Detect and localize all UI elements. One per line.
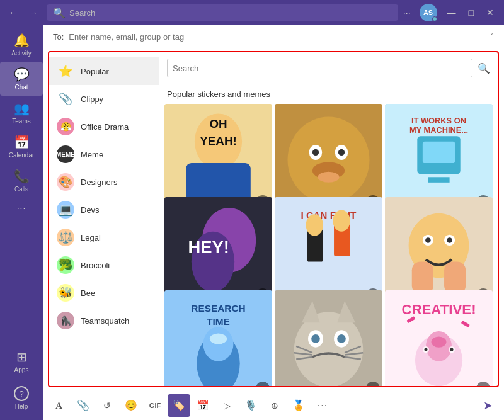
- attach-button[interactable]: 📎: [72, 394, 94, 417]
- sidebar-item-label: Calls: [14, 186, 28, 193]
- more-tools-button[interactable]: ···: [311, 394, 334, 417]
- apps-icon: ⊞: [16, 349, 27, 365]
- category-legal[interactable]: ⚖️ Legal: [49, 224, 159, 251]
- sidebar-item-apps[interactable]: ⊞ Apps: [11, 344, 32, 378]
- sidebar-item-more[interactable]: ···: [0, 198, 43, 218]
- category-teamsquatch[interactable]: 🦍 Teamsquatch: [49, 307, 159, 334]
- sticker-item[interactable]: RESEARCH TIME ✎: [164, 290, 272, 386]
- category-devs[interactable]: 💻 Devs: [49, 196, 159, 224]
- recipient-input[interactable]: [69, 32, 490, 42]
- sticker-item[interactable]: OH YEAH! ✎: [164, 104, 272, 212]
- sidebar-item-teams[interactable]: 👥 Teams: [0, 96, 43, 130]
- category-bee[interactable]: 🐝 Bee: [49, 279, 159, 307]
- close-button[interactable]: ✕: [481, 6, 499, 19]
- svg-rect-16: [428, 177, 449, 183]
- sidebar-item-activity[interactable]: 🔔 Activity: [0, 28, 43, 62]
- sendnow-button[interactable]: ▷: [215, 394, 238, 417]
- sticker-item[interactable]: CREATIVE! ✎: [385, 290, 493, 386]
- svg-point-50: [337, 334, 346, 343]
- gif-button[interactable]: GIF: [144, 394, 166, 417]
- sticker-svg: OH YEAH!: [164, 104, 272, 212]
- category-broccoli[interactable]: 🥦 Broccoli: [49, 251, 159, 279]
- category-label: Bee: [81, 288, 95, 298]
- sidebar-item-calls[interactable]: 📞 Calls: [0, 164, 43, 198]
- send-button[interactable]: ➤: [476, 394, 499, 417]
- sticker-main: 🔍 Popular stickers and memes OH YEAH! ✎: [159, 52, 498, 386]
- svg-point-55: [432, 337, 447, 348]
- sticker-svg: I CAN FIX IT: [275, 197, 382, 305]
- category-clippy[interactable]: 📎 Clippy: [49, 85, 159, 113]
- category-label: Clippy: [81, 94, 103, 104]
- attach-icon: 📎: [77, 399, 89, 411]
- sticker-section-title: Popular stickers and memes: [159, 84, 498, 104]
- minimize-button[interactable]: —: [442, 6, 461, 19]
- sticker-search-input[interactable]: [167, 59, 472, 77]
- emoji-button[interactable]: 😊: [120, 394, 142, 417]
- category-label: Teamsquatch: [81, 316, 129, 326]
- svg-text:CREATIVE!: CREATIVE!: [401, 302, 476, 317]
- loop-button[interactable]: ↺: [96, 394, 118, 417]
- sticker-svg: IT WORKS ON MY MACHINE...: [385, 104, 493, 212]
- title-bar: ← → 🔍 ··· AS — □ ✕: [0, 0, 504, 25]
- category-office-drama[interactable]: 😤 Office Drama: [49, 113, 159, 140]
- category-meme[interactable]: MEME Meme: [49, 140, 159, 168]
- sticker-button[interactable]: 🏷️: [168, 394, 190, 417]
- video-button[interactable]: ⊕: [263, 394, 286, 417]
- bee-icon: 🐝: [57, 284, 74, 302]
- svg-text:OH: OH: [209, 117, 227, 130]
- activity-icon: 🔔: [14, 33, 30, 48]
- format-button[interactable]: 𝐀: [48, 394, 71, 417]
- svg-point-27: [306, 214, 323, 236]
- svg-rect-35: [412, 262, 433, 294]
- svg-text:YEAH!: YEAH!: [200, 134, 236, 147]
- sticker-icon: 🏷️: [173, 399, 185, 411]
- maximize-button[interactable]: □: [464, 6, 479, 19]
- sticker-panel: ⭐ Popular 📎 Clippy 😤 Office Drama MEME M…: [48, 51, 499, 387]
- more-tools-icon: ···: [318, 400, 328, 411]
- svg-point-28: [333, 210, 350, 232]
- audio-icon: 🎙️: [244, 399, 257, 411]
- svg-point-9: [312, 149, 319, 156]
- sticker-item[interactable]: HEY! ✎: [164, 197, 272, 305]
- sticker-item[interactable]: ✎: [275, 290, 382, 386]
- sidebar-item-calendar[interactable]: 📅 Calendar: [0, 130, 43, 164]
- pencil-icon: ✎: [481, 385, 486, 387]
- chevron-down-icon[interactable]: ˅: [490, 31, 494, 42]
- sidebar-item-help[interactable]: ? Help: [11, 381, 32, 415]
- sticker-item[interactable]: ✎: [275, 104, 382, 212]
- sticker-svg: RESEARCH TIME: [164, 290, 272, 386]
- sticker-svg: CREATIVE!: [385, 290, 493, 386]
- schedule-button[interactable]: 📅: [192, 394, 214, 417]
- more-button[interactable]: ···: [398, 6, 416, 19]
- sticker-item[interactable]: IT WORKS ON MY MACHINE... ✎: [385, 104, 493, 212]
- sticker-search-icon[interactable]: 🔍: [478, 62, 490, 74]
- sidebar-bottom: ⊞ Apps ? Help: [11, 344, 32, 420]
- pencil-icon: ✎: [260, 385, 266, 387]
- category-label: Office Drama: [81, 122, 129, 132]
- online-indicator: [432, 16, 437, 21]
- forward-button[interactable]: →: [25, 6, 42, 19]
- svg-text:HEY!: HEY!: [188, 237, 229, 257]
- video-icon: ⊕: [271, 400, 278, 411]
- sidebar: 🔔 Activity 💬 Chat 👥 Teams 📅 Calendar 📞 C…: [0, 25, 43, 420]
- audio-button[interactable]: 🎙️: [239, 394, 262, 417]
- search-box[interactable]: 🔍: [47, 4, 398, 21]
- svg-point-59: [450, 348, 453, 351]
- search-input[interactable]: [69, 8, 392, 18]
- emoji-icon: 😊: [125, 399, 137, 411]
- category-popular[interactable]: ⭐ Popular: [49, 57, 159, 85]
- svg-point-58: [424, 348, 427, 351]
- calls-icon: 📞: [14, 169, 30, 184]
- back-button[interactable]: ←: [5, 6, 21, 19]
- praise-button[interactable]: 🏅: [287, 394, 310, 417]
- sticker-item[interactable]: I CAN FIX IT ✎: [275, 197, 382, 305]
- office-drama-icon: 😤: [57, 118, 74, 135]
- sidebar-item-chat[interactable]: 💬 Chat: [0, 62, 43, 96]
- category-designers[interactable]: 🎨 Designers: [49, 168, 159, 196]
- gif-icon: GIF: [149, 402, 161, 409]
- pencil-icon: ✎: [370, 385, 376, 387]
- schedule-icon: 📅: [197, 399, 209, 411]
- sticker-item[interactable]: ✎: [385, 197, 493, 305]
- svg-rect-36: [444, 262, 466, 294]
- category-label: Devs: [81, 205, 100, 215]
